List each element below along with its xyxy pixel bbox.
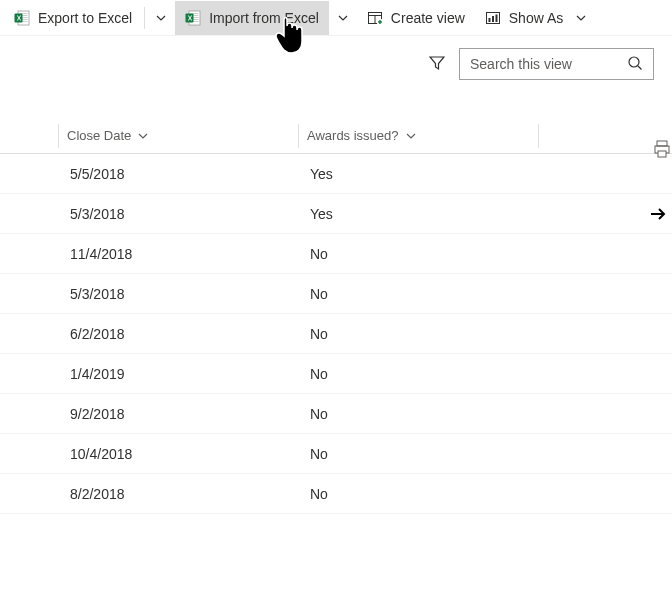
table-row[interactable]: 5/3/2018 Yes [0,194,672,234]
arrow-right-icon [648,204,668,224]
svg-point-24 [629,57,639,67]
column-header-close-date[interactable]: Close Date [58,124,298,148]
svg-line-25 [638,66,642,70]
cell-awards-issued: No [298,246,538,262]
cell-awards-issued: No [298,486,538,502]
svg-rect-22 [492,16,494,22]
svg-rect-23 [495,14,497,22]
table-row[interactable]: 11/4/2018 No [0,234,672,274]
column-header-row: Close Date Awards issued? [0,118,672,154]
cell-awards-issued: Yes [298,166,538,182]
table-row[interactable]: 8/2/2018 No [0,474,672,514]
import-excel-label: Import from Excel [209,10,319,26]
svg-rect-26 [657,141,667,146]
cell-awards-issued: No [298,286,538,302]
cell-close-date: 10/4/2018 [58,446,298,462]
export-excel-dropdown[interactable] [147,1,175,35]
cell-close-date: 5/5/2018 [58,166,298,182]
table-row[interactable]: 5/5/2018 Yes [0,154,672,194]
table-row[interactable]: 10/4/2018 No [0,434,672,474]
data-grid: Close Date Awards issued? 5/5/2018 Yes 5… [0,118,672,514]
command-bar: Export to Excel Import from Excel [0,0,672,36]
excel-icon [185,10,201,26]
column-header-awards-issued[interactable]: Awards issued? [298,124,538,148]
column-label: Close Date [67,128,131,143]
create-view-icon [367,10,383,26]
cell-awards-issued: No [298,366,538,382]
search-input[interactable] [470,56,620,72]
show-as-label: Show As [509,10,563,26]
show-as-button[interactable]: Show As [475,1,597,35]
excel-icon [14,10,30,26]
chevron-down-icon [155,12,167,24]
chevron-down-icon [405,130,417,142]
cell-awards-issued: No [298,406,538,422]
cell-close-date: 5/3/2018 [58,286,298,302]
table-row[interactable]: 1/4/2019 No [0,354,672,394]
column-label: Awards issued? [307,128,399,143]
import-excel-dropdown[interactable] [329,1,357,35]
search-icon[interactable] [627,55,643,74]
row-action-arrow[interactable] [648,204,668,224]
import-excel-button[interactable]: Import from Excel [175,1,329,35]
cell-close-date: 1/4/2019 [58,366,298,382]
search-box[interactable] [459,48,654,80]
create-view-label: Create view [391,10,465,26]
cell-close-date: 11/4/2018 [58,246,298,262]
cell-close-date: 9/2/2018 [58,406,298,422]
search-row [0,36,672,86]
export-excel-button[interactable]: Export to Excel [4,1,142,35]
create-view-button[interactable]: Create view [357,1,475,35]
table-body: 5/5/2018 Yes 5/3/2018 Yes 11/4/2018 No 5… [0,154,672,514]
chevron-down-icon [575,12,587,24]
svg-rect-21 [488,18,490,22]
table-row[interactable]: 9/2/2018 No [0,394,672,434]
cell-close-date: 8/2/2018 [58,486,298,502]
export-excel-label: Export to Excel [38,10,132,26]
table-row[interactable]: 6/2/2018 No [0,314,672,354]
table-row[interactable]: 5/3/2018 No [0,274,672,314]
toolbar-divider [144,7,145,29]
filter-icon[interactable] [429,55,445,74]
cell-awards-issued: No [298,446,538,462]
column-header-empty [538,124,672,148]
cell-close-date: 6/2/2018 [58,326,298,342]
cell-awards-issued: No [298,326,538,342]
show-as-icon [485,10,501,26]
chevron-down-icon [337,12,349,24]
chevron-down-icon [137,130,149,142]
cell-awards-issued: Yes [298,206,538,222]
cell-close-date: 5/3/2018 [58,206,298,222]
